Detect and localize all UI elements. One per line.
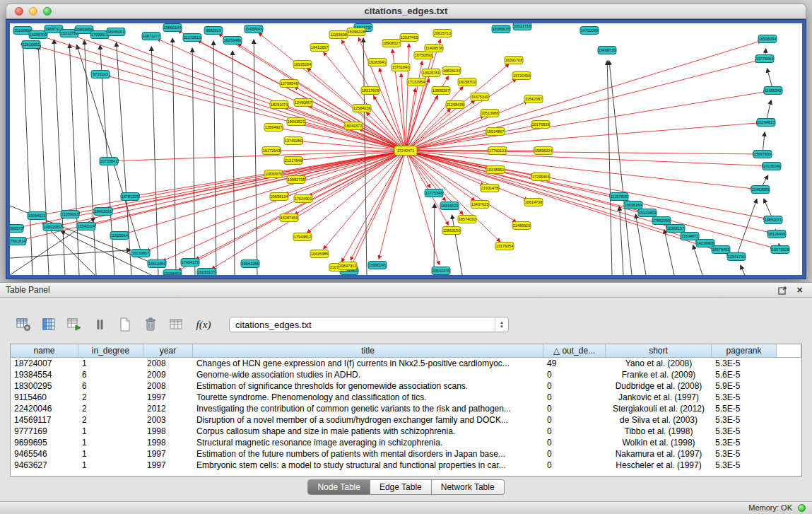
column-header-short[interactable]: short	[606, 344, 712, 357]
graph-node[interactable]: 12037465	[400, 34, 418, 42]
float-panel-icon[interactable]	[777, 285, 788, 296]
column-header-pagerank[interactable]: pagerank	[712, 344, 777, 357]
graph-node[interactable]: 10982735	[287, 176, 305, 184]
graph-node[interactable]: 21356093	[61, 211, 79, 218]
graph-node[interactable]: 18317609	[361, 87, 379, 95]
graph-node[interactable]: 18385676	[492, 25, 510, 33]
graph-node[interactable]: 17624901	[294, 195, 312, 203]
row-options-icon[interactable]	[90, 315, 109, 334]
graph-node[interactable]: 12366573	[10, 225, 23, 233]
graph-node[interactable]: 19941286	[241, 260, 259, 268]
column-header-name[interactable]: name	[11, 344, 78, 357]
graph-node[interactable]: 11086342	[764, 87, 782, 95]
graph-node[interactable]: 12863150	[442, 227, 461, 235]
function-builder-icon[interactable]: f(x)	[192, 315, 215, 334]
graph-node[interactable]: 21485920	[512, 222, 531, 230]
graph-node[interactable]: 12708546	[280, 80, 298, 88]
graph-node[interactable]: 18063521	[287, 118, 305, 126]
graph-node[interactable]: 16259486	[223, 37, 242, 45]
graph-node[interactable]: 14236908	[696, 240, 714, 247]
graph-node[interactable]: 10871277	[142, 33, 160, 40]
graph-node[interactable]: 12584036	[353, 105, 371, 112]
graph-node[interactable]: 16750892	[414, 52, 433, 59]
graph-node[interactable]: 17404175	[181, 259, 199, 267]
graph-node[interactable]: 17295463	[531, 173, 550, 181]
graph-node[interactable]: 20847312	[339, 262, 357, 270]
graph-node[interactable]: 13564927	[264, 124, 283, 132]
graph-node[interactable]: 18945201	[107, 28, 125, 36]
graph-node[interactable]: 20733841	[100, 158, 118, 165]
graph-node[interactable]: 10426385	[310, 250, 329, 258]
graph-node[interactable]: 15396228	[347, 28, 365, 36]
graph-node[interactable]: 10093107	[197, 269, 216, 276]
close-window-button[interactable]	[15, 7, 23, 16]
graph-node[interactable]: 20294817	[757, 119, 775, 127]
graph-node[interactable]: 16826134	[442, 67, 461, 75]
tab-edge-table[interactable]: Edge Table	[370, 479, 432, 495]
graph-node[interactable]: 16935284	[293, 61, 312, 69]
minimize-window-button[interactable]	[29, 7, 37, 16]
graph-node[interactable]: 17852390	[652, 217, 671, 225]
show-columns-icon[interactable]	[40, 315, 58, 334]
graph-node[interactable]: 10368157	[666, 225, 685, 233]
graph-node[interactable]: 17760123	[488, 147, 507, 155]
column-header-year[interactable]: year	[143, 344, 193, 357]
graph-node[interactable]: 19412857	[310, 44, 329, 52]
graph-node[interactable]: 18679452	[712, 246, 730, 254]
table-row[interactable]: 1830029562008Estimation of significance …	[11, 380, 801, 392]
graph-node[interactable]: 20513986	[481, 110, 499, 117]
tab-node-table[interactable]: Node Table	[307, 479, 370, 495]
table-row[interactable]: 2242004622012Investigating the contribut…	[11, 403, 801, 414]
column-header-title[interactable]: title	[193, 344, 543, 357]
graph-node[interactable]: 20176839	[531, 121, 550, 129]
graph-node[interactable]: 15761840	[392, 64, 410, 71]
graph-node[interactable]: 20658134	[270, 193, 288, 201]
graph-node[interactable]: 13749280	[284, 137, 302, 145]
table-selector-dropdown[interactable]: citations_edges.txt ▲▼	[229, 317, 509, 332]
graph-node[interactable]: 9882919	[204, 27, 223, 35]
column-header-in_degree[interactable]: in_degree	[78, 344, 143, 357]
network-canvas[interactable]: 2016090416055709198873121531278020863656…	[10, 23, 802, 275]
graph-node[interactable]: 21463589	[751, 186, 770, 194]
delete-table-icon[interactable]	[141, 315, 160, 334]
graph-node[interactable]: 19468735	[598, 47, 616, 54]
graph-node[interactable]: 11542087	[524, 95, 543, 103]
graph-node[interactable]: 12941730	[727, 253, 746, 261]
graph-node[interactable]: 16344029	[440, 202, 459, 210]
new-column-icon[interactable]	[65, 315, 83, 334]
graph-node[interactable]: 16172543	[262, 147, 281, 155]
table-row[interactable]: 946362711997Embryonic stem cells: a mode…	[11, 460, 801, 471]
table-mode-icon[interactable]	[14, 315, 33, 334]
graph-node[interactable]: 19660104	[163, 24, 182, 32]
graph-node[interactable]: 10614738	[524, 199, 543, 206]
table-row[interactable]: 977716911998Corpus callosum shape and si…	[11, 426, 801, 437]
table-row[interactable]: 1456911722003Disruption of a novel membe…	[11, 414, 801, 426]
graph-node[interactable]: 12775348	[425, 189, 443, 197]
graph-node[interactable]: 16391708	[505, 57, 523, 64]
graph-node[interactable]: 18463091	[94, 208, 112, 216]
table-row[interactable]: 1872400712008Changes of HCN gene express…	[11, 358, 801, 369]
new-table-icon[interactable]	[116, 315, 134, 334]
graph-node[interactable]: 16049372	[344, 122, 363, 130]
graph-node[interactable]: 17038246	[763, 163, 781, 170]
graph-node[interactable]: 13852071	[764, 216, 782, 224]
graph-node[interactable]: 20021716	[513, 23, 531, 30]
graph-node[interactable]: 21504873	[681, 233, 699, 240]
graph-node[interactable]: 20542976	[432, 267, 450, 275]
graph-node[interactable]: 19720456	[512, 72, 531, 80]
graph-node[interactable]: 10890267	[432, 87, 450, 95]
table-row[interactable]: 969969511998Structural magnetic resonanc…	[11, 437, 801, 448]
graph-node[interactable]: 13925781	[422, 69, 440, 77]
graph-node[interactable]: 15858204	[534, 147, 553, 155]
column-header-out_degree[interactable]: △ out_de...	[543, 344, 606, 357]
graph-node[interactable]: 14702039	[580, 27, 599, 35]
graph-node[interactable]: 15123469	[638, 209, 657, 217]
graph-node[interactable]: 12490857	[294, 99, 312, 107]
graph-node[interactable]: 20625713	[433, 30, 452, 37]
graph-node[interactable]: 13407625	[471, 201, 489, 209]
table-row[interactable]: 1938455462009Genome-wide association stu…	[11, 369, 801, 380]
graph-node[interactable]: 21931478	[481, 185, 499, 192]
graph-node[interactable]: 15667930	[753, 151, 772, 158]
graph-node[interactable]: 17999013	[90, 31, 109, 39]
graph-node[interactable]: 21268435	[446, 101, 464, 109]
